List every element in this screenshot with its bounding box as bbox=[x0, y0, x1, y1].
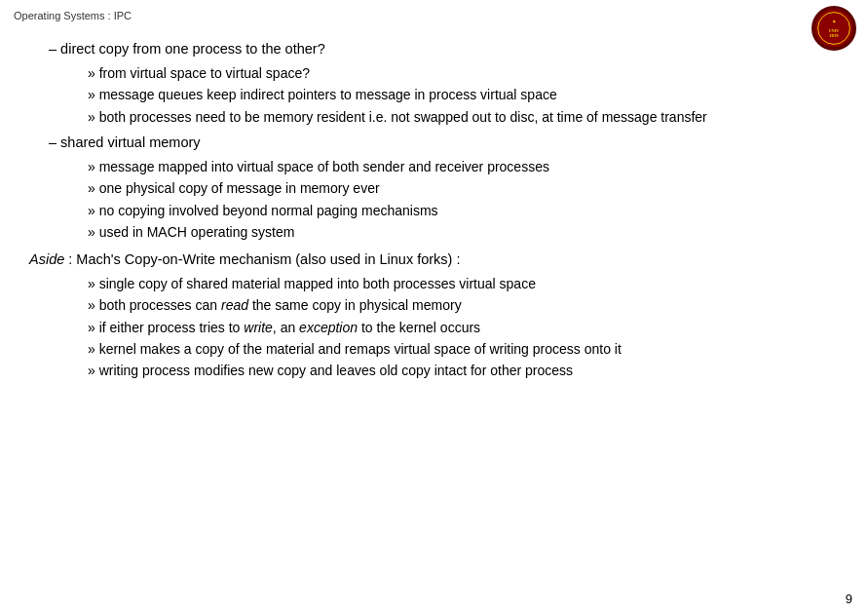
aside-sub2: » both processes can read the same copy … bbox=[88, 295, 849, 315]
aside-sub2-pre: » both processes can bbox=[88, 297, 221, 313]
direct-copy-heading: – direct copy from one process to the ot… bbox=[49, 39, 849, 59]
main-content: – direct copy from one process to the ot… bbox=[29, 39, 849, 595]
direct-copy-sub1: » from virtual space to virtual space? bbox=[88, 63, 849, 83]
aside-sub3: » if either process tries to write, an e… bbox=[88, 318, 849, 337]
aside-sub3-post: to the kernel occurs bbox=[358, 320, 480, 335]
aside-sub3-italic1: write bbox=[244, 320, 273, 335]
direct-copy-sub3: » both processes need to be memory resid… bbox=[88, 107, 849, 127]
aside-sub3-mid: , an bbox=[273, 320, 299, 335]
aside-sub4: » kernel makes a copy of the material an… bbox=[88, 339, 849, 359]
svg-text:EDIN: EDIN bbox=[829, 34, 838, 38]
page-header-label: Operating Systems : IPC bbox=[14, 10, 132, 21]
shared-vm-sub2: » one physical copy of message in memory… bbox=[88, 178, 849, 198]
aside-heading: Aside : Mach's Copy-on-Write mechanism (… bbox=[29, 249, 849, 270]
svg-text:UNIV: UNIV bbox=[829, 28, 840, 33]
aside-sub2-italic: read bbox=[221, 297, 248, 313]
aside-italic-label: Aside bbox=[29, 251, 64, 267]
shared-virtual-memory-heading: – shared virtual memory bbox=[49, 133, 849, 153]
aside-sub3-pre: » if either process tries to bbox=[88, 320, 244, 335]
aside-heading-rest: : Mach's Copy-on-Write mechanism (also u… bbox=[64, 251, 460, 267]
aside-sub1: » single copy of shared material mapped … bbox=[88, 274, 849, 293]
page-number: 9 bbox=[846, 592, 852, 606]
shared-vm-sub3: » no copying involved beyond normal pagi… bbox=[88, 201, 849, 220]
aside-sub5: » writing process modifies new copy and … bbox=[88, 361, 849, 380]
aside-sub2-post: the same copy in physical memory bbox=[248, 297, 462, 313]
shared-vm-sub4: » used in MACH operating system bbox=[88, 222, 849, 242]
shared-vm-sub1: » message mapped into virtual space of b… bbox=[88, 157, 849, 176]
direct-copy-sub2: » message queues keep indirect pointers … bbox=[88, 85, 849, 104]
aside-sub3-italic2: exception bbox=[299, 320, 358, 335]
